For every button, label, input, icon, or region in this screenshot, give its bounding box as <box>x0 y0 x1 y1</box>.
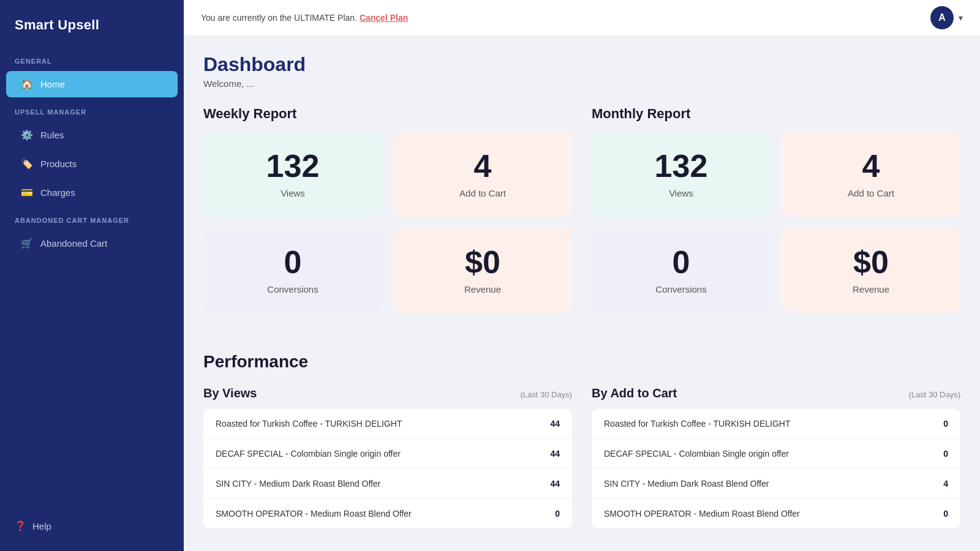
view-count: 44 <box>541 449 560 459</box>
sidebar-item-charges-label: Charges <box>40 187 75 198</box>
by-views-table: Roasted for Turkish Coffee - TURKISH DEL… <box>203 409 572 528</box>
weekly-stat-card: $0 Revenue <box>393 228 572 313</box>
table-row: Roasted for Turkish Coffee - TURKISH DEL… <box>592 409 960 439</box>
by-add-to-cart-title: By Add to Cart <box>592 386 677 400</box>
weekly-stat-card: 132 Views <box>203 132 382 217</box>
help-link[interactable]: ❓ Help <box>15 515 169 536</box>
performance-row: By Views (Last 30 Days) Roasted for Turk… <box>203 386 960 528</box>
stat-value: 0 <box>284 246 302 278</box>
product-name: SIN CITY - Medium Dark Roast Blend Offer <box>604 479 930 489</box>
rules-icon: ⚙️ <box>21 129 33 141</box>
table-row: SIN CITY - Medium Dark Roast Blend Offer… <box>203 469 572 499</box>
home-icon: 🏠 <box>21 78 33 90</box>
product-name: SIN CITY - Medium Dark Roast Blend Offer <box>216 479 541 489</box>
monthly-report-title: Monthly Report <box>592 106 960 122</box>
cart-count: 0 <box>930 509 948 519</box>
abandoned-section-label: ABANDONED CART MANAGER <box>0 207 184 229</box>
monthly-stat-card: 0 Conversions <box>592 228 771 313</box>
stat-label: Conversions <box>655 284 706 294</box>
charges-icon: 💳 <box>21 187 33 198</box>
view-count: 44 <box>541 419 560 429</box>
weekly-stat-card: 0 Conversions <box>203 228 382 313</box>
sidebar-item-home[interactable]: 🏠 Home <box>6 71 178 97</box>
by-views-title: By Views <box>203 386 257 400</box>
table-row: SMOOTH OPERATOR - Medium Roast Blend Off… <box>203 499 572 528</box>
stat-label: Views <box>281 188 305 198</box>
stat-label: Views <box>669 188 693 198</box>
product-name: SMOOTH OPERATOR - Medium Roast Blend Off… <box>216 509 541 519</box>
help-icon: ❓ <box>15 520 26 531</box>
stat-label: Revenue <box>464 284 501 294</box>
table-row: DECAF SPECIAL - Colombian Single origin … <box>203 439 572 469</box>
stat-value: $0 <box>853 246 889 278</box>
abandoned-cart-icon: 🛒 <box>21 238 33 249</box>
by-add-to-cart-section: By Add to Cart (Last 30 Days) Roasted fo… <box>592 386 960 528</box>
cancel-plan-link[interactable]: Cancel Plan <box>360 13 408 23</box>
sidebar-item-charges[interactable]: 💳 Charges <box>6 179 178 206</box>
content-area: Dashboard Welcome, ... Weekly Report 132… <box>184 36 980 551</box>
product-name: DECAF SPECIAL - Colombian Single origin … <box>216 449 541 459</box>
page-title: Dashboard <box>203 53 960 76</box>
performance-title: Performance <box>203 352 960 372</box>
table-row: SMOOTH OPERATOR - Medium Roast Blend Off… <box>592 499 960 528</box>
stat-label: Conversions <box>267 284 318 294</box>
product-name: Roasted for Turkish Coffee - TURKISH DEL… <box>216 419 541 429</box>
by-views-section: By Views (Last 30 Days) Roasted for Turk… <box>203 386 572 528</box>
by-views-header: By Views (Last 30 Days) <box>203 386 572 400</box>
weekly-stat-card: 4 Add to Cart <box>393 132 572 217</box>
stat-label: Revenue <box>853 284 889 294</box>
product-name: Roasted for Turkish Coffee - TURKISH DEL… <box>604 419 930 429</box>
user-avatar[interactable]: A <box>930 6 954 29</box>
sidebar: Smart Upsell GENERAL 🏠 Home UPSELL MANAG… <box>0 0 184 551</box>
topbar: You are currently on the ULTIMATE Plan. … <box>184 0 980 36</box>
by-add-to-cart-header: By Add to Cart (Last 30 Days) <box>592 386 960 400</box>
stat-value: 4 <box>474 150 492 182</box>
monthly-stat-card: 4 Add to Cart <box>782 132 960 217</box>
sidebar-item-rules[interactable]: ⚙️ Rules <box>6 122 178 148</box>
stat-value: 132 <box>266 150 320 182</box>
sidebar-item-abandoned-cart[interactable]: 🛒 Abandoned Cart <box>6 230 178 257</box>
stat-value: 4 <box>862 150 880 182</box>
weekly-report-title: Weekly Report <box>203 106 572 122</box>
chevron-down-icon[interactable]: ▾ <box>959 13 963 23</box>
reports-row: Weekly Report 132 Views 4 Add to Cart 0 … <box>203 106 960 330</box>
stat-label: Add to Cart <box>848 188 894 198</box>
stat-value: $0 <box>465 246 500 278</box>
monthly-stats-grid: 132 Views 4 Add to Cart 0 Conversions $0… <box>592 132 960 313</box>
app-logo: Smart Upsell <box>0 0 184 48</box>
sidebar-item-abandoned-cart-label: Abandoned Cart <box>40 238 107 249</box>
cart-count: 0 <box>930 419 948 429</box>
stat-label: Add to Cart <box>459 188 506 198</box>
monthly-stat-card: $0 Revenue <box>782 228 960 313</box>
table-row: SIN CITY - Medium Dark Roast Blend Offer… <box>592 469 960 499</box>
stat-value: 0 <box>673 246 690 278</box>
sidebar-item-products[interactable]: 🏷️ Products <box>6 151 178 177</box>
help-label: Help <box>32 521 51 531</box>
welcome-text: Welcome, ... <box>203 78 960 89</box>
view-count: 44 <box>541 479 560 489</box>
sidebar-item-rules-label: Rules <box>40 130 64 140</box>
sidebar-bottom: ❓ Help <box>0 501 184 551</box>
cart-count: 4 <box>930 479 948 489</box>
monthly-stat-card: 132 Views <box>592 132 771 217</box>
plan-text: You are currently on the ULTIMATE Plan. <box>201 13 357 23</box>
stat-value: 132 <box>655 150 708 182</box>
main-content: You are currently on the ULTIMATE Plan. … <box>184 0 980 551</box>
sidebar-item-home-label: Home <box>40 79 65 89</box>
sidebar-item-products-label: Products <box>40 159 77 169</box>
topbar-right: A ▾ <box>930 6 963 29</box>
performance-section: Performance By Views (Last 30 Days) Roas… <box>203 352 960 528</box>
product-name: DECAF SPECIAL - Colombian Single origin … <box>604 449 930 459</box>
general-section-label: GENERAL <box>0 48 184 70</box>
weekly-stats-grid: 132 Views 4 Add to Cart 0 Conversions $0… <box>203 132 572 313</box>
by-views-period: (Last 30 Days) <box>520 390 572 399</box>
by-add-to-cart-table: Roasted for Turkish Coffee - TURKISH DEL… <box>592 409 960 528</box>
products-icon: 🏷️ <box>21 158 33 170</box>
by-add-to-cart-period: (Last 30 Days) <box>908 390 960 399</box>
view-count: 0 <box>541 509 560 519</box>
table-row: DECAF SPECIAL - Colombian Single origin … <box>592 439 960 469</box>
weekly-report-section: Weekly Report 132 Views 4 Add to Cart 0 … <box>203 106 572 330</box>
product-name: SMOOTH OPERATOR - Medium Roast Blend Off… <box>604 509 930 519</box>
monthly-report-section: Monthly Report 132 Views 4 Add to Cart 0… <box>592 106 960 330</box>
table-row: Roasted for Turkish Coffee - TURKISH DEL… <box>203 409 572 439</box>
